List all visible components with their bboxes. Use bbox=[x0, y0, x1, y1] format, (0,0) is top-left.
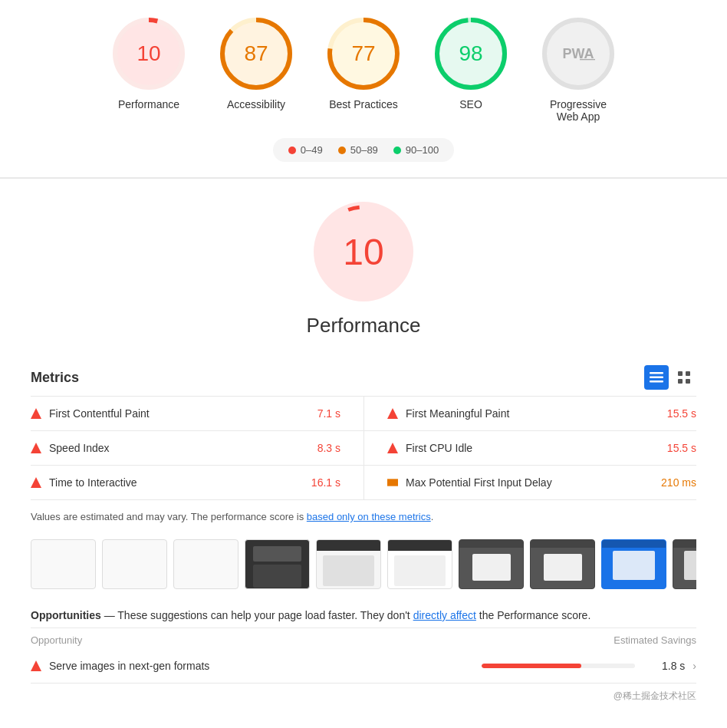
score-value-accessibility: 87 bbox=[244, 41, 268, 66]
opp-link[interactable]: directly affect bbox=[413, 609, 476, 621]
score-circle-seo: 98 bbox=[433, 15, 509, 92]
svg-rect-27 bbox=[387, 479, 398, 486]
legend-dot-mid bbox=[338, 147, 346, 154]
score-circle-pwa: PWA — bbox=[540, 15, 617, 92]
opp-row-images[interactable]: Serve images in next-gen formats 1.8 s › bbox=[31, 649, 696, 684]
metric-row-fcp: First Contentful Paint 7.1 s bbox=[31, 397, 364, 431]
score-item-seo[interactable]: 98 SEO bbox=[433, 15, 509, 110]
metric-name-fmp: First Meaningful Paint bbox=[406, 407, 660, 420]
score-item-pwa[interactable]: PWA — Progressive Web App bbox=[540, 15, 617, 123]
svg-rect-15 bbox=[650, 372, 663, 374]
pwa-dash: — bbox=[580, 50, 595, 68]
score-label-accessibility: Accessibility bbox=[227, 98, 285, 110]
svg-rect-19 bbox=[686, 371, 690, 376]
svg-rect-18 bbox=[678, 371, 683, 376]
thumbnail-3 bbox=[173, 539, 238, 589]
metric-value-si: 8.3 s bbox=[317, 442, 340, 454]
legend-label-low: 0–49 bbox=[301, 144, 323, 156]
legend-dot-high bbox=[393, 147, 401, 154]
svg-marker-22 bbox=[31, 408, 41, 419]
score-value-best-practices: 77 bbox=[351, 41, 375, 66]
opp-subtitle: — These suggestions can help your page l… bbox=[101, 609, 413, 621]
metrics-header: Metrics bbox=[31, 353, 696, 396]
score-item-accessibility[interactable]: 87 Accessibility bbox=[218, 15, 294, 110]
metrics-grid-view-button[interactable] bbox=[672, 365, 696, 390]
metric-name-fid: Max Potential First Input Delay bbox=[406, 476, 653, 489]
score-label-seo: SEO bbox=[459, 98, 482, 110]
metric-name-fcp: First Contentful Paint bbox=[49, 407, 310, 420]
metrics-icons bbox=[644, 365, 696, 390]
metric-row-fmp: First Meaningful Paint 15.5 s bbox=[364, 397, 696, 431]
metric-value-fmp: 15.5 s bbox=[667, 407, 696, 420]
metric-icon-fcp bbox=[31, 408, 41, 419]
metrics-list-view-button[interactable] bbox=[644, 365, 669, 390]
big-score-value: 10 bbox=[343, 231, 383, 273]
score-item-performance[interactable]: 10 Performance bbox=[110, 15, 187, 110]
score-circle-performance: 10 bbox=[110, 15, 187, 92]
legend-mid: 50–89 bbox=[338, 144, 378, 156]
thumbnail-8 bbox=[530, 539, 595, 589]
note-text: Values are estimated and may vary. The p… bbox=[31, 500, 696, 533]
note-link[interactable]: based only on these metrics bbox=[307, 511, 431, 522]
score-item-best-practices[interactable]: 77 Best Practices bbox=[325, 15, 402, 110]
opp-bar-fill-images bbox=[482, 664, 581, 668]
main-section: 10 Performance Metrics bbox=[0, 179, 727, 728]
legend-bar: 0–49 50–89 90–100 bbox=[273, 138, 454, 162]
opp-suffix: the Performance score. bbox=[476, 609, 590, 621]
score-value-performance: 10 bbox=[137, 41, 160, 66]
metrics-title: Metrics bbox=[31, 370, 79, 386]
metric-icon-fci bbox=[387, 443, 398, 453]
score-label-pwa: Progressive Web App bbox=[550, 98, 607, 123]
metric-icon-si bbox=[31, 443, 41, 453]
svg-rect-17 bbox=[650, 380, 663, 383]
metrics-grid: First Contentful Paint 7.1 s First Meani… bbox=[31, 396, 696, 500]
metric-row-si: Speed Index 8.3 s bbox=[31, 431, 364, 466]
svg-rect-20 bbox=[678, 379, 683, 384]
metric-value-fid: 210 ms bbox=[661, 476, 696, 489]
svg-marker-25 bbox=[387, 443, 398, 453]
thumbnail-10 bbox=[673, 539, 696, 589]
metric-name-si: Speed Index bbox=[49, 442, 310, 454]
thumbnail-5 bbox=[316, 539, 381, 589]
score-circle-best-practices: 77 bbox=[325, 15, 402, 92]
opp-header: Opportunities — These suggestions can he… bbox=[31, 609, 696, 628]
legend-label-mid: 50–89 bbox=[350, 144, 378, 156]
note-suffix: . bbox=[431, 511, 434, 522]
thumbnail-2 bbox=[102, 539, 167, 589]
score-value-seo: 98 bbox=[459, 41, 482, 66]
score-label-performance: Performance bbox=[118, 98, 179, 110]
opp-title: Opportunities bbox=[31, 609, 101, 621]
legend-label-high: 90–100 bbox=[406, 144, 439, 156]
score-circle-accessibility: 87 bbox=[218, 15, 294, 92]
svg-marker-24 bbox=[31, 443, 41, 453]
metric-icon-fmp bbox=[387, 408, 398, 419]
thumbnail-1 bbox=[31, 539, 96, 589]
opp-savings-label: Estimated Savings bbox=[614, 634, 696, 646]
svg-marker-28 bbox=[31, 660, 41, 671]
metric-value-tti: 16.1 s bbox=[311, 476, 340, 489]
thumbnail-9 bbox=[601, 539, 666, 589]
metric-row-tti: Time to Interactive 16.1 s bbox=[31, 466, 364, 500]
opportunities-section: Opportunities — These suggestions can he… bbox=[31, 601, 696, 684]
metric-icon-tti bbox=[31, 477, 41, 488]
chevron-right-icon: › bbox=[692, 660, 696, 672]
opp-name-images: Serve images in next-gen formats bbox=[49, 660, 474, 672]
thumbnails-row bbox=[31, 533, 696, 601]
big-score-circle: 10 bbox=[314, 202, 413, 301]
svg-marker-23 bbox=[387, 408, 398, 419]
opp-value-images: 1.8 s bbox=[643, 660, 685, 672]
thumbnail-4 bbox=[245, 539, 310, 589]
legend-low: 0–49 bbox=[288, 144, 323, 156]
opp-icon-images bbox=[31, 660, 41, 671]
legend-dot-low bbox=[288, 147, 296, 154]
metric-row-fid: Max Potential First Input Delay 210 ms bbox=[364, 466, 696, 500]
svg-rect-21 bbox=[686, 379, 690, 384]
legend-high: 90–100 bbox=[393, 144, 439, 156]
opp-opportunity-label: Opportunity bbox=[31, 634, 82, 646]
scores-row: 10 Performance 87 Accessibility bbox=[110, 15, 617, 123]
perf-score-section: 10 Performance bbox=[31, 179, 696, 353]
metric-name-tti: Time to Interactive bbox=[49, 476, 304, 489]
perf-title: Performance bbox=[307, 314, 421, 338]
svg-rect-16 bbox=[650, 377, 663, 379]
metric-value-fci: 15.5 s bbox=[667, 442, 696, 454]
